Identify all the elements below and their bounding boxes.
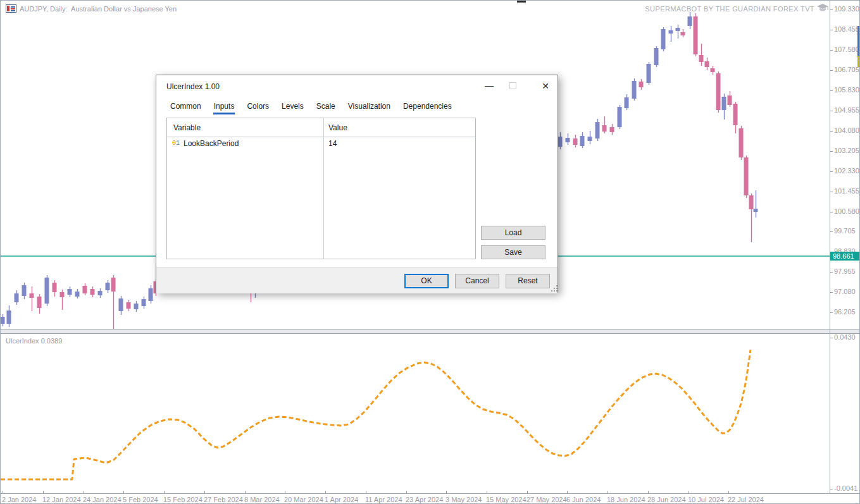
tab-levels[interactable]: Levels — [281, 99, 304, 114]
time-axis-label: 6 Jun 2024 — [566, 496, 601, 503]
tab-visualization[interactable]: Visualization — [347, 99, 391, 114]
variable-name: LookBackPeriod — [184, 139, 239, 148]
time-axis-label: 5 Feb 2024 — [123, 496, 158, 503]
close-icon[interactable]: ✕ — [536, 78, 555, 94]
indicator-properties-dialog: UlcerIndex 1.00 — ✕ CommonInputsColorsLe… — [156, 75, 558, 293]
table-row[interactable]: 01LookBackPeriod14 — [167, 137, 475, 151]
time-axis-tick — [84, 491, 84, 493]
price-axis-tick — [830, 231, 833, 232]
price-axis-separator — [830, 1, 830, 494]
price-axis-label: 103.205 — [834, 147, 859, 154]
input-number-icon: 01 — [172, 140, 180, 147]
price-axis-label: 96.205 — [834, 308, 856, 316]
tab-dependencies[interactable]: Dependencies — [402, 99, 452, 114]
dialog-title-bar[interactable]: UlcerIndex 1.00 — ✕ — [156, 75, 558, 98]
price-axis-tick — [830, 70, 833, 71]
time-axis-label: 22 Jul 2024 — [728, 496, 764, 503]
indicator-pane[interactable] — [1, 334, 860, 493]
price-axis-label: 109.330 — [834, 5, 859, 13]
price-axis-tick — [830, 50, 833, 51]
time-axis-tick — [164, 491, 165, 493]
variable-value[interactable]: 14 — [328, 139, 337, 148]
time-axis-tick — [487, 491, 487, 493]
cancel-button[interactable]: Cancel — [455, 274, 499, 288]
time-axis-label: 27 May 2024 — [527, 496, 567, 503]
tab-scale[interactable]: Scale — [316, 99, 336, 114]
inputs-table: Variable Value 01LookBackPeriod14 — [166, 118, 476, 259]
pane-splitter[interactable] — [1, 329, 860, 334]
price-axis-tick — [830, 151, 833, 152]
resize-grip-icon[interactable] — [551, 285, 558, 292]
price-axis-tick — [830, 90, 833, 91]
dialog-title: UlcerIndex 1.00 — [166, 82, 220, 91]
top-edge-mark — [517, 1, 526, 3]
time-axis-label: 8 Mar 2024 — [244, 496, 280, 503]
price-axis-tick — [830, 111, 833, 111]
time-axis-label: 27 Feb 2024 — [204, 496, 243, 503]
time-axis-label: 28 Jun 2024 — [647, 496, 686, 503]
tab-inputs[interactable]: Inputs — [213, 99, 235, 114]
graduation-cap-icon — [816, 3, 829, 13]
dialog-tab-strip: CommonInputsColorsLevelsScaleVisualizati… — [156, 99, 558, 116]
time-axis-tick — [608, 491, 608, 493]
price-axis-label: 102.330 — [834, 167, 859, 175]
price-axis-label: 105.830 — [834, 86, 859, 94]
price-axis-label: 101.455 — [834, 187, 859, 195]
indicator-axis-tick — [830, 338, 833, 338]
price-axis-label: 97.955 — [834, 267, 856, 275]
broker-watermark: SUPERMACBOT BY THE GUARDIAN FOREX TVT — [645, 5, 814, 13]
time-axis-label: 24 Jan 2024 — [83, 496, 122, 503]
mt5-chart-window: AUDJPY, Daily: Australian Dollar vs Japa… — [0, 0, 860, 504]
time-axis-label: 15 Feb 2024 — [163, 496, 203, 503]
time-axis-tick — [527, 491, 528, 493]
chart-title: AUDJPY, Daily: Australian Dollar vs Japa… — [20, 5, 177, 13]
indicator-axis-label: -0.0041 — [834, 484, 857, 492]
price-axis-label: 106.705 — [834, 66, 859, 73]
reset-button[interactable]: Reset — [506, 274, 550, 288]
time-axis-tick — [406, 491, 407, 493]
ok-button[interactable]: OK — [404, 274, 449, 288]
indicator-title: UlcerIndex 0.0389 — [6, 337, 62, 345]
time-axis-label: 3 May 2024 — [446, 496, 482, 503]
price-axis-tick — [830, 312, 833, 313]
time-axis-label: 18 Jun 2024 — [607, 496, 645, 503]
price-axis-tick — [830, 192, 833, 192]
price-axis-tick — [830, 9, 833, 10]
current-price-flag: 98.661 — [830, 252, 860, 261]
edge-mark — [857, 56, 860, 67]
price-axis-tick — [830, 171, 833, 172]
inputs-table-header: Variable Value — [167, 118, 475, 137]
time-axis-tick — [43, 491, 44, 493]
time-axis-tick — [728, 491, 729, 493]
time-axis-tick — [689, 491, 689, 493]
price-axis-label: 97.080 — [834, 288, 856, 295]
indicator-axis-tick — [830, 489, 833, 489]
time-axis-label: 12 Jan 2024 — [42, 496, 81, 503]
price-axis-label: 100.580 — [834, 207, 859, 215]
time-axis-label: 23 Apr 2024 — [406, 496, 443, 503]
price-axis-tick — [830, 272, 833, 273]
price-axis-tick — [830, 131, 833, 132]
load-button[interactable]: Load — [481, 226, 545, 240]
time-axis-tick — [567, 491, 568, 493]
time-axis-tick — [3, 491, 3, 493]
maximize-icon[interactable] — [509, 82, 516, 89]
time-axis-tick — [446, 491, 447, 493]
indicator-axis-label: 0.0430 — [834, 333, 856, 341]
time-axis-label: 20 Mar 2024 — [284, 496, 323, 503]
price-axis-tick — [830, 292, 833, 293]
tab-colors[interactable]: Colors — [246, 99, 270, 114]
time-axis-tick — [204, 491, 205, 493]
price-axis-label: 104.955 — [834, 106, 859, 114]
minimize-icon[interactable]: — — [480, 78, 498, 94]
price-axis-label: 108.455 — [834, 25, 859, 33]
time-axis-tick — [245, 491, 246, 493]
time-axis-label: 11 Apr 2024 — [365, 496, 402, 503]
save-button[interactable]: Save — [481, 245, 545, 259]
price-axis-label: 99.705 — [834, 227, 856, 235]
time-axis-tick — [325, 491, 326, 493]
column-header-variable: Variable — [173, 123, 201, 132]
time-axis-tick — [123, 491, 124, 493]
time-axis-tick — [648, 491, 649, 493]
tab-common[interactable]: Common — [170, 99, 202, 114]
